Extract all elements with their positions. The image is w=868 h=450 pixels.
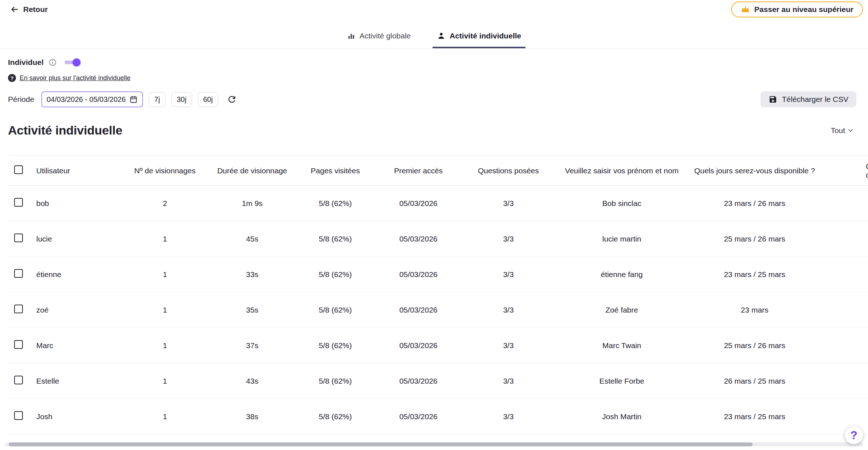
row-checkbox[interactable] (14, 234, 23, 242)
table-row[interactable]: bob 2 1m 9s 5/8 (62%) 05/03/2026 3/3 Bob… (8, 186, 868, 221)
row-checkbox[interactable] (14, 340, 23, 349)
cell-extra: 10 (818, 328, 868, 363)
cell-user: bob (29, 186, 123, 221)
cell-extra: 9 (818, 363, 868, 399)
tab-activity-global[interactable]: Activité globale (343, 32, 415, 48)
cell-first-access: 05/03/2026 (373, 363, 464, 399)
activity-tabbar: Activité globale Activité individuelle (0, 20, 868, 49)
row-checkbox[interactable] (14, 305, 23, 313)
question-circle-icon: ? (8, 74, 16, 82)
row-checkbox[interactable] (14, 198, 23, 207)
col-header-extra: Quels convi (866, 162, 868, 179)
top-bar: Retour Passer au niveau supérieur (0, 0, 868, 20)
cell-days: 23 mars / 25 mars (691, 399, 818, 434)
upgrade-label: Passer au niveau supérieur (754, 5, 853, 14)
table-row[interactable]: lucie 1 45s 5/8 (62%) 05/03/2026 3/3 luc… (8, 221, 868, 257)
cell-name: étienne fang (553, 257, 691, 292)
table-row[interactable]: zoé 1 35s 5/8 (62%) 05/03/2026 3/3 Zoé f… (8, 292, 868, 328)
cell-questions: 3/3 (464, 399, 553, 434)
refresh-button[interactable] (224, 91, 240, 107)
tab-activity-individual[interactable]: Activité individuelle (433, 32, 525, 48)
cell-first-access: 05/03/2026 (373, 186, 464, 221)
select-all-checkbox[interactable] (14, 165, 23, 174)
calendar-icon (129, 95, 138, 104)
cell-name: Marc Twain (553, 328, 691, 363)
horizontal-scrollbar-thumb[interactable] (9, 442, 753, 446)
bar-chart-icon (347, 32, 356, 40)
table-row[interactable]: Marc 1 37s 5/8 (62%) 05/03/2026 3/3 Marc… (8, 328, 868, 363)
horizontal-scrollbar-track[interactable] (5, 442, 863, 446)
cell-views: 2 (123, 186, 206, 221)
filter-value: Tout (831, 126, 845, 135)
col-header-name: Veuillez saisir vos prénom et nom (565, 166, 679, 175)
cell-duration: 35s (206, 292, 298, 328)
cell-views: 1 (123, 363, 206, 399)
filter-dropdown[interactable]: Tout (828, 126, 856, 135)
table-row[interactable]: Josh 1 38s 5/8 (62%) 05/03/2026 3/3 Josh… (8, 399, 868, 434)
help-button[interactable]: ? (845, 426, 863, 444)
cell-days: 23 mars / 25 mars (691, 257, 818, 292)
cell-extra: 10 (818, 221, 868, 257)
cell-first-access: 05/03/2026 (373, 292, 464, 328)
individual-label: Individuel (8, 58, 44, 67)
cell-name: Zoé fabre (553, 292, 691, 328)
cell-user: lucie (29, 221, 123, 257)
col-header-views: Nº de visionnages (134, 166, 196, 175)
date-range-value: 04/03/2026 - 05/03/2026 (46, 95, 126, 104)
cell-user: étienne (29, 257, 123, 292)
cell-duration: 1m 9s (206, 186, 298, 221)
cell-duration: 37s (206, 328, 298, 363)
period-row: Période 04/03/2026 - 05/03/2026 7j 30j 6… (8, 91, 856, 107)
learn-more-row: ? En savoir plus sur l'activité individu… (8, 74, 856, 82)
cell-name: lucie martin (553, 221, 691, 257)
col-header-days: Quels jours serez-vous disponible ? (694, 166, 815, 175)
preset-30d-button[interactable]: 30j (171, 92, 192, 107)
back-button[interactable]: Retour (8, 1, 50, 14)
cell-name: Josh Martin (553, 399, 691, 434)
col-header-first-access: Premier accès (394, 166, 443, 175)
cell-pages: 5/8 (62%) (298, 292, 373, 328)
table-row[interactable]: étienne 1 33s 5/8 (62%) 05/03/2026 3/3 é… (8, 257, 868, 292)
date-range-input[interactable]: 04/03/2026 - 05/03/2026 (41, 91, 143, 107)
individual-toggle[interactable] (65, 58, 81, 66)
col-header-user: Utilisateur (36, 166, 70, 175)
cell-days: 25 mars / 26 mars (691, 328, 818, 363)
cell-extra: 9 (818, 186, 868, 221)
download-csv-button[interactable]: Télécharger le CSV (761, 91, 856, 107)
cell-questions: 3/3 (464, 363, 553, 399)
row-checkbox[interactable] (14, 376, 23, 384)
cell-extra: 9 (818, 292, 868, 328)
cell-user: zoé (29, 292, 123, 328)
activity-table-wrap: Utilisateur Nº de visionnages Durée de v… (8, 156, 868, 434)
cell-questions: 3/3 (464, 292, 553, 328)
cell-user: Josh (29, 399, 123, 434)
table-row[interactable]: Estelle 1 43s 5/8 (62%) 05/03/2026 3/3 E… (8, 363, 868, 399)
col-header-duration: Durée de visionnage (217, 166, 287, 175)
cell-first-access: 05/03/2026 (373, 257, 464, 292)
crown-icon (741, 5, 750, 14)
cell-pages: 5/8 (62%) (298, 186, 373, 221)
preset-60d-button[interactable]: 60j (198, 92, 218, 107)
period-label: Période (8, 95, 34, 104)
back-arrow-icon (10, 5, 19, 14)
back-label: Retour (23, 5, 48, 14)
save-icon (769, 95, 777, 104)
cell-days: 23 mars (691, 292, 818, 328)
preset-7d-button[interactable]: 7j (149, 92, 165, 107)
upgrade-button[interactable]: Passer au niveau supérieur (731, 1, 863, 17)
cell-first-access: 05/03/2026 (373, 399, 464, 434)
info-icon[interactable] (48, 58, 57, 67)
download-csv-label: Télécharger le CSV (782, 95, 848, 104)
chevron-down-icon (847, 127, 854, 134)
col-header-pages: Pages visitées (311, 166, 360, 175)
cell-pages: 5/8 (62%) (298, 328, 373, 363)
cell-questions: 3/3 (464, 328, 553, 363)
cell-extra: 10 (818, 257, 868, 292)
row-checkbox[interactable] (14, 411, 23, 420)
row-checkbox[interactable] (14, 269, 23, 278)
cell-questions: 3/3 (464, 257, 553, 292)
learn-more-link[interactable]: En savoir plus sur l'activité individuel… (20, 74, 131, 82)
cell-days: 26 mars / 25 mars (691, 363, 818, 399)
toggle-thumb (73, 58, 81, 66)
cell-days: 23 mars / 26 mars (691, 186, 818, 221)
